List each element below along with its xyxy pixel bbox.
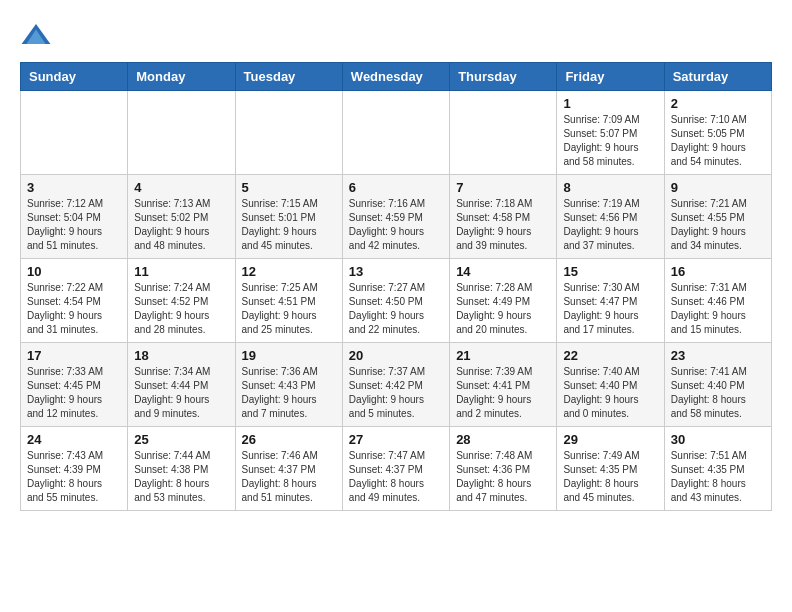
day-number: 24 [27,432,121,447]
col-header-saturday: Saturday [664,63,771,91]
day-number: 10 [27,264,121,279]
week-row-5: 24Sunrise: 7:43 AM Sunset: 4:39 PM Dayli… [21,427,772,511]
calendar-cell: 21Sunrise: 7:39 AM Sunset: 4:41 PM Dayli… [450,343,557,427]
calendar-cell: 2Sunrise: 7:10 AM Sunset: 5:05 PM Daylig… [664,91,771,175]
calendar-cell [450,91,557,175]
day-number: 20 [349,348,443,363]
day-number: 23 [671,348,765,363]
calendar-cell: 9Sunrise: 7:21 AM Sunset: 4:55 PM Daylig… [664,175,771,259]
day-number: 30 [671,432,765,447]
day-number: 15 [563,264,657,279]
day-number: 3 [27,180,121,195]
header [20,20,772,52]
day-number: 29 [563,432,657,447]
col-header-tuesday: Tuesday [235,63,342,91]
day-info: Sunrise: 7:24 AM Sunset: 4:52 PM Dayligh… [134,281,228,337]
calendar-cell: 5Sunrise: 7:15 AM Sunset: 5:01 PM Daylig… [235,175,342,259]
calendar-cell: 12Sunrise: 7:25 AM Sunset: 4:51 PM Dayli… [235,259,342,343]
calendar-cell: 28Sunrise: 7:48 AM Sunset: 4:36 PM Dayli… [450,427,557,511]
col-header-monday: Monday [128,63,235,91]
calendar-cell: 24Sunrise: 7:43 AM Sunset: 4:39 PM Dayli… [21,427,128,511]
calendar-cell: 22Sunrise: 7:40 AM Sunset: 4:40 PM Dayli… [557,343,664,427]
calendar-cell [128,91,235,175]
day-number: 18 [134,348,228,363]
calendar-cell: 16Sunrise: 7:31 AM Sunset: 4:46 PM Dayli… [664,259,771,343]
calendar-cell: 26Sunrise: 7:46 AM Sunset: 4:37 PM Dayli… [235,427,342,511]
day-number: 21 [456,348,550,363]
day-info: Sunrise: 7:22 AM Sunset: 4:54 PM Dayligh… [27,281,121,337]
day-info: Sunrise: 7:16 AM Sunset: 4:59 PM Dayligh… [349,197,443,253]
col-header-wednesday: Wednesday [342,63,449,91]
day-info: Sunrise: 7:46 AM Sunset: 4:37 PM Dayligh… [242,449,336,505]
day-number: 6 [349,180,443,195]
week-row-3: 10Sunrise: 7:22 AM Sunset: 4:54 PM Dayli… [21,259,772,343]
day-info: Sunrise: 7:12 AM Sunset: 5:04 PM Dayligh… [27,197,121,253]
day-info: Sunrise: 7:40 AM Sunset: 4:40 PM Dayligh… [563,365,657,421]
day-number: 11 [134,264,228,279]
day-number: 16 [671,264,765,279]
day-info: Sunrise: 7:27 AM Sunset: 4:50 PM Dayligh… [349,281,443,337]
calendar-cell: 29Sunrise: 7:49 AM Sunset: 4:35 PM Dayli… [557,427,664,511]
calendar-cell: 11Sunrise: 7:24 AM Sunset: 4:52 PM Dayli… [128,259,235,343]
calendar: SundayMondayTuesdayWednesdayThursdayFrid… [20,62,772,511]
calendar-cell: 8Sunrise: 7:19 AM Sunset: 4:56 PM Daylig… [557,175,664,259]
day-number: 17 [27,348,121,363]
day-info: Sunrise: 7:18 AM Sunset: 4:58 PM Dayligh… [456,197,550,253]
day-number: 25 [134,432,228,447]
day-info: Sunrise: 7:37 AM Sunset: 4:42 PM Dayligh… [349,365,443,421]
day-info: Sunrise: 7:34 AM Sunset: 4:44 PM Dayligh… [134,365,228,421]
day-number: 26 [242,432,336,447]
day-info: Sunrise: 7:41 AM Sunset: 4:40 PM Dayligh… [671,365,765,421]
calendar-cell: 30Sunrise: 7:51 AM Sunset: 4:35 PM Dayli… [664,427,771,511]
col-header-thursday: Thursday [450,63,557,91]
day-number: 2 [671,96,765,111]
day-number: 22 [563,348,657,363]
logo [20,20,56,52]
day-number: 27 [349,432,443,447]
day-number: 13 [349,264,443,279]
day-number: 12 [242,264,336,279]
day-number: 4 [134,180,228,195]
calendar-cell: 10Sunrise: 7:22 AM Sunset: 4:54 PM Dayli… [21,259,128,343]
day-info: Sunrise: 7:39 AM Sunset: 4:41 PM Dayligh… [456,365,550,421]
week-row-2: 3Sunrise: 7:12 AM Sunset: 5:04 PM Daylig… [21,175,772,259]
calendar-cell: 13Sunrise: 7:27 AM Sunset: 4:50 PM Dayli… [342,259,449,343]
day-info: Sunrise: 7:44 AM Sunset: 4:38 PM Dayligh… [134,449,228,505]
calendar-cell: 18Sunrise: 7:34 AM Sunset: 4:44 PM Dayli… [128,343,235,427]
day-info: Sunrise: 7:43 AM Sunset: 4:39 PM Dayligh… [27,449,121,505]
day-info: Sunrise: 7:10 AM Sunset: 5:05 PM Dayligh… [671,113,765,169]
day-number: 19 [242,348,336,363]
calendar-cell: 15Sunrise: 7:30 AM Sunset: 4:47 PM Dayli… [557,259,664,343]
week-row-4: 17Sunrise: 7:33 AM Sunset: 4:45 PM Dayli… [21,343,772,427]
day-info: Sunrise: 7:09 AM Sunset: 5:07 PM Dayligh… [563,113,657,169]
day-info: Sunrise: 7:21 AM Sunset: 4:55 PM Dayligh… [671,197,765,253]
calendar-cell: 20Sunrise: 7:37 AM Sunset: 4:42 PM Dayli… [342,343,449,427]
day-info: Sunrise: 7:30 AM Sunset: 4:47 PM Dayligh… [563,281,657,337]
day-info: Sunrise: 7:25 AM Sunset: 4:51 PM Dayligh… [242,281,336,337]
day-number: 1 [563,96,657,111]
calendar-cell: 3Sunrise: 7:12 AM Sunset: 5:04 PM Daylig… [21,175,128,259]
header-row: SundayMondayTuesdayWednesdayThursdayFrid… [21,63,772,91]
day-info: Sunrise: 7:51 AM Sunset: 4:35 PM Dayligh… [671,449,765,505]
day-number: 28 [456,432,550,447]
day-info: Sunrise: 7:33 AM Sunset: 4:45 PM Dayligh… [27,365,121,421]
day-info: Sunrise: 7:19 AM Sunset: 4:56 PM Dayligh… [563,197,657,253]
calendar-cell: 7Sunrise: 7:18 AM Sunset: 4:58 PM Daylig… [450,175,557,259]
calendar-cell [21,91,128,175]
calendar-cell: 17Sunrise: 7:33 AM Sunset: 4:45 PM Dayli… [21,343,128,427]
day-info: Sunrise: 7:15 AM Sunset: 5:01 PM Dayligh… [242,197,336,253]
calendar-cell: 6Sunrise: 7:16 AM Sunset: 4:59 PM Daylig… [342,175,449,259]
day-number: 8 [563,180,657,195]
calendar-cell [235,91,342,175]
day-info: Sunrise: 7:47 AM Sunset: 4:37 PM Dayligh… [349,449,443,505]
day-number: 14 [456,264,550,279]
day-info: Sunrise: 7:28 AM Sunset: 4:49 PM Dayligh… [456,281,550,337]
col-header-sunday: Sunday [21,63,128,91]
week-row-1: 1Sunrise: 7:09 AM Sunset: 5:07 PM Daylig… [21,91,772,175]
calendar-cell: 19Sunrise: 7:36 AM Sunset: 4:43 PM Dayli… [235,343,342,427]
day-info: Sunrise: 7:13 AM Sunset: 5:02 PM Dayligh… [134,197,228,253]
calendar-cell: 23Sunrise: 7:41 AM Sunset: 4:40 PM Dayli… [664,343,771,427]
day-info: Sunrise: 7:36 AM Sunset: 4:43 PM Dayligh… [242,365,336,421]
day-info: Sunrise: 7:48 AM Sunset: 4:36 PM Dayligh… [456,449,550,505]
calendar-cell: 14Sunrise: 7:28 AM Sunset: 4:49 PM Dayli… [450,259,557,343]
